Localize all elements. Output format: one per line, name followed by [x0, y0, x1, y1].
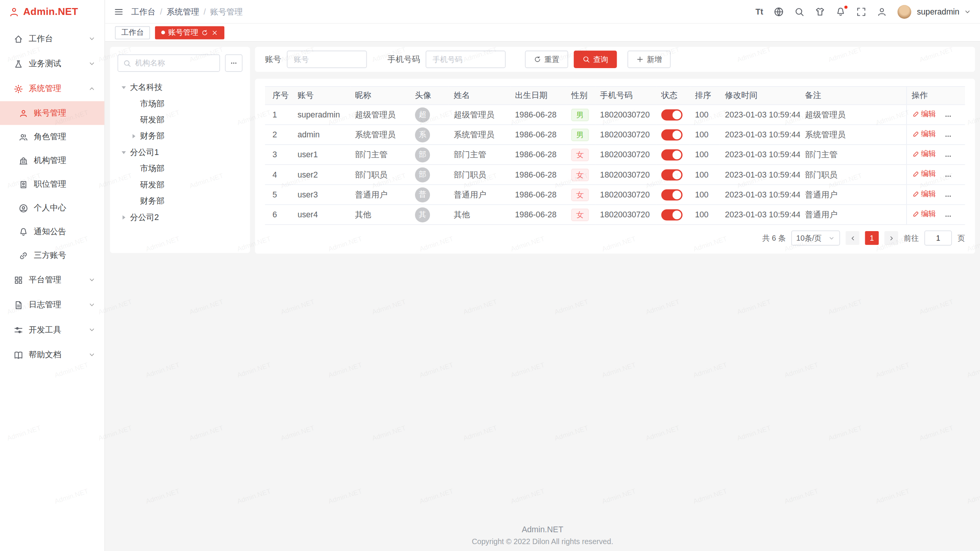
help-icon — [14, 350, 23, 359]
cell-modified-time: 2023-01-03 10:59:44 — [720, 125, 800, 145]
tree-node-2[interactable]: 研发部 — [118, 112, 243, 128]
cell-gender: 女 — [566, 184, 595, 204]
prev-page-button[interactable] — [846, 231, 859, 245]
theme-icon[interactable] — [815, 7, 825, 16]
column-header-4: 姓名 — [449, 86, 510, 104]
tree-node-8[interactable]: 分公司2 — [118, 209, 243, 225]
username[interactable]: superadmin — [917, 7, 959, 16]
refresh-icon[interactable] — [201, 29, 208, 36]
tree-node-1[interactable]: 市场部 — [118, 96, 243, 112]
sidebar-item-0[interactable]: 工作台 — [0, 26, 105, 51]
logo[interactable]: Admin.NET — [0, 0, 105, 24]
reset-label: 重置 — [544, 54, 559, 65]
edit-button[interactable]: 编辑 — [911, 169, 936, 180]
page-size-select[interactable]: 10条/页 — [791, 230, 840, 245]
font-size-icon[interactable]: Tt — [756, 7, 763, 16]
breadcrumb-item-0[interactable]: 工作台 — [131, 6, 156, 17]
row-more-button[interactable] — [943, 132, 952, 140]
status-toggle[interactable] — [661, 149, 683, 160]
sidebar-item-13[interactable]: 帮助文档 — [0, 342, 105, 367]
tab-1[interactable]: 账号管理 — [155, 26, 224, 39]
sidebar-item-5[interactable]: 机构管理 — [0, 149, 105, 173]
breadcrumb-item-2[interactable]: 账号管理 — [210, 6, 243, 17]
tree-node-0[interactable]: 大名科技 — [118, 79, 243, 95]
status-toggle[interactable] — [661, 189, 683, 200]
tree-node-6[interactable]: 研发部 — [118, 177, 243, 193]
page-1-button[interactable]: 1 — [865, 231, 879, 245]
row-more-button[interactable] — [943, 152, 952, 160]
status-toggle[interactable] — [661, 209, 683, 220]
edit-label: 编辑 — [921, 169, 936, 180]
sidebar-item-9[interactable]: 三方账号 — [0, 244, 105, 267]
sidebar-item-label: 个人中心 — [34, 202, 66, 214]
logo-text: Admin.NET — [23, 6, 78, 17]
position-icon — [19, 179, 28, 189]
content-area: 大名科技市场部研发部财务部分公司1市场部研发部财务部分公司2 账号 手机号码 重… — [105, 42, 980, 551]
cell-birthdate: 1986-06-28 — [510, 165, 566, 184]
cell-phone: 18020030720 — [595, 205, 656, 225]
tree-more-button[interactable] — [225, 54, 243, 72]
tree-node-7[interactable]: 财务部 — [118, 193, 243, 209]
notification-icon[interactable] — [836, 7, 846, 16]
edit-label: 编辑 — [921, 129, 936, 140]
search-icon[interactable] — [794, 7, 804, 16]
edit-button[interactable]: 编辑 — [911, 189, 936, 200]
sidebar-item-12[interactable]: 开发工具 — [0, 317, 105, 342]
edit-button[interactable]: 编辑 — [911, 149, 936, 160]
cell-phone: 18020030720 — [595, 104, 656, 124]
row-more-button[interactable] — [943, 191, 952, 200]
edit-button[interactable]: 编辑 — [911, 109, 936, 120]
sidebar-item-8[interactable]: 通知公告 — [0, 220, 105, 244]
filter-bar: 账号 手机号码 重置 查询 新增 — [255, 47, 975, 72]
sidebar-item-6[interactable]: 职位管理 — [0, 173, 105, 196]
user-icon[interactable] — [877, 7, 887, 16]
fullscreen-icon — [856, 7, 866, 16]
fullscreen-icon[interactable] — [856, 7, 866, 16]
sidebar-item-10[interactable]: 平台管理 — [0, 267, 105, 292]
table-row-1: 2admin系统管理员系系统管理员1986-06-28男180200307201… — [265, 125, 965, 145]
edit-label: 编辑 — [921, 149, 936, 160]
breadcrumb-item-1[interactable]: 系统管理 — [167, 6, 199, 17]
avatar[interactable] — [898, 5, 911, 18]
language-icon[interactable] — [774, 7, 784, 16]
sidebar-item-label: 角色管理 — [34, 131, 66, 142]
hamburger-icon[interactable] — [114, 7, 124, 16]
sidebar-item-7[interactable]: 个人中心 — [0, 196, 105, 220]
sidebar-item-label: 日志管理 — [29, 299, 61, 310]
chev-down-icon — [88, 276, 96, 284]
cell-status — [656, 165, 690, 184]
tree-caret-spacer — [130, 197, 138, 205]
org-search-input[interactable] — [135, 59, 214, 67]
row-more-button[interactable] — [943, 212, 952, 220]
edit-button[interactable]: 编辑 — [911, 129, 936, 140]
account-input[interactable] — [287, 51, 367, 68]
next-page-button[interactable] — [884, 231, 898, 245]
sidebar-item-2[interactable]: 系统管理 — [0, 76, 105, 101]
row-more-button[interactable] — [943, 111, 952, 120]
tree-node-3[interactable]: 财务部 — [118, 128, 243, 144]
cell-actions: 编辑 — [906, 125, 965, 145]
tab-0[interactable]: 工作台 — [115, 26, 150, 39]
sidebar-item-1[interactable]: 业务测试 — [0, 51, 105, 76]
chevron-down-icon[interactable] — [964, 8, 972, 15]
search-button[interactable]: 查询 — [574, 51, 617, 68]
add-button[interactable]: 新增 — [627, 51, 671, 68]
status-toggle[interactable] — [661, 129, 683, 140]
edit-button[interactable]: 编辑 — [911, 209, 936, 220]
tree-node-5[interactable]: 市场部 — [118, 161, 243, 177]
sidebar-item-11[interactable]: 日志管理 — [0, 292, 105, 317]
tab-label: 工作台 — [121, 27, 144, 38]
phone-input[interactable] — [426, 51, 506, 68]
status-toggle[interactable] — [661, 169, 683, 180]
row-more-button[interactable] — [943, 171, 952, 180]
sidebar-item-4[interactable]: 角色管理 — [0, 125, 105, 149]
status-toggle[interactable] — [661, 109, 683, 120]
tree-node-label: 分公司2 — [130, 212, 159, 223]
reset-button[interactable]: 重置 — [525, 51, 568, 68]
cell-nickname: 部门职员 — [350, 165, 410, 184]
sidebar-item-3[interactable]: 账号管理 — [0, 101, 105, 125]
tree-node-4[interactable]: 分公司1 — [118, 144, 243, 160]
goto-page-input[interactable] — [924, 230, 952, 245]
more-icon — [943, 152, 952, 160]
close-icon[interactable] — [211, 29, 218, 36]
